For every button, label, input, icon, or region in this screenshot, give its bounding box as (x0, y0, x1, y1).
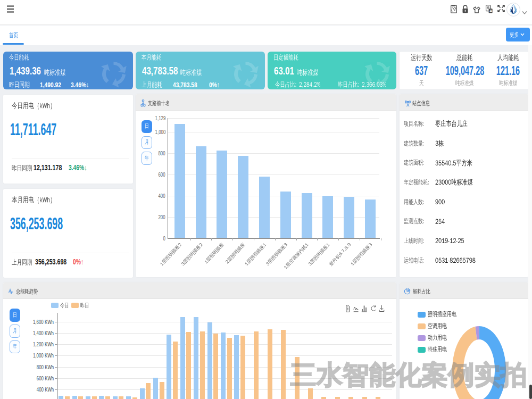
svg-text:A: A (489, 9, 493, 13)
